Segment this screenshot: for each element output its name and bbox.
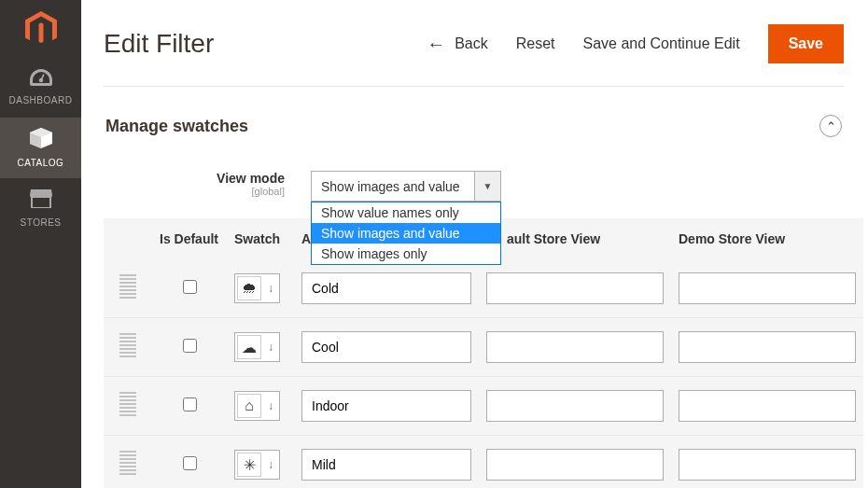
save-continue-button[interactable]: Save and Continue Edit <box>583 35 740 52</box>
main-content: Edit Filter ← Back Reset Save and Contin… <box>81 0 868 488</box>
swatch-preview[interactable]: ☁↓ <box>234 332 280 362</box>
swatch-menu-toggle[interactable]: ↓ <box>264 453 277 477</box>
view-mode-scope: [global] <box>180 186 285 197</box>
view-mode-value: Show images and value <box>312 172 474 201</box>
table-row: ☁↓ <box>104 318 863 377</box>
admin-input[interactable] <box>301 449 471 481</box>
nav-label: DASHBOARD <box>9 95 73 105</box>
table-row: ✳↓ <box>104 436 863 489</box>
admin-input[interactable] <box>301 272 471 304</box>
admin-sidebar: DASHBOARD CATALOG STORES <box>0 0 81 488</box>
drag-handle[interactable] <box>119 451 136 475</box>
gauge-icon <box>30 69 52 90</box>
magento-logo[interactable] <box>0 0 81 57</box>
default-store-input[interactable] <box>486 331 664 363</box>
view-mode-dropdown: Show value names only Show images and va… <box>311 202 501 265</box>
col-default-store: ault Store View <box>479 218 671 259</box>
nav-label: CATALOG <box>18 158 64 168</box>
table-row: ⌂↓ <box>104 377 863 436</box>
nav-stores[interactable]: STORES <box>0 178 81 239</box>
header-actions: ← Back Reset Save and Continue Edit Save <box>427 24 844 63</box>
save-button[interactable]: Save <box>768 24 844 63</box>
store-icon <box>30 189 52 212</box>
table-row: 🌧↓ <box>104 259 863 318</box>
swatch-preview[interactable]: 🌧↓ <box>234 273 280 303</box>
is-default-checkbox[interactable] <box>183 397 197 411</box>
swatch-icon: ✳ <box>237 453 261 477</box>
section-header: Manage swatches ⌃ <box>104 87 844 154</box>
swatch-icon: 🌧 <box>237 276 261 300</box>
drag-handle[interactable] <box>119 274 136 299</box>
nav-dashboard[interactable]: DASHBOARD <box>0 57 81 118</box>
view-mode-select[interactable]: Show images and value ▼ Show value names… <box>311 171 501 202</box>
col-swatch: Swatch <box>227 218 294 259</box>
default-store-input[interactable] <box>486 272 664 304</box>
demo-store-input[interactable] <box>679 449 856 481</box>
drag-handle[interactable] <box>119 392 136 416</box>
nav-catalog[interactable]: CATALOG <box>0 118 81 178</box>
swatch-menu-toggle[interactable]: ↓ <box>264 335 277 359</box>
page-title: Edit Filter <box>104 29 214 59</box>
nav-label: STORES <box>21 217 62 228</box>
demo-store-input[interactable] <box>679 390 856 422</box>
arrow-left-icon: ← <box>427 35 445 53</box>
swatch-icon: ⌂ <box>237 394 261 418</box>
view-mode-option[interactable]: Show images and value <box>312 223 500 244</box>
page-header: Edit Filter ← Back Reset Save and Contin… <box>104 0 844 87</box>
back-label: Back <box>455 35 488 52</box>
swatch-menu-toggle[interactable]: ↓ <box>264 276 277 300</box>
view-mode-label: View mode <box>180 171 285 186</box>
view-mode-option[interactable]: Show value names only <box>312 202 500 223</box>
col-demo-store: Demo Store View <box>671 218 863 259</box>
chevron-down-icon: ▼ <box>474 172 500 201</box>
svg-rect-1 <box>40 74 44 79</box>
default-store-input[interactable] <box>486 449 664 481</box>
swatch-icon: ☁ <box>237 335 261 359</box>
section-title: Manage swatches <box>105 117 248 136</box>
admin-input[interactable] <box>301 390 471 422</box>
back-button[interactable]: ← Back <box>427 35 488 53</box>
view-mode-label-wrap: View mode [global] <box>180 171 285 197</box>
demo-store-input[interactable] <box>679 272 856 304</box>
col-is-default: Is Default <box>152 218 227 259</box>
chevron-up-icon: ⌃ <box>826 119 836 133</box>
svg-rect-2 <box>32 197 50 208</box>
is-default-checkbox[interactable] <box>183 456 197 470</box>
is-default-checkbox[interactable] <box>183 339 197 353</box>
view-mode-row: View mode [global] Show images and value… <box>104 154 844 218</box>
reset-button[interactable]: Reset <box>516 35 555 52</box>
demo-store-input[interactable] <box>679 331 856 363</box>
is-default-checkbox[interactable] <box>183 280 197 294</box>
swatch-preview[interactable]: ⌂↓ <box>234 391 280 421</box>
drag-handle[interactable] <box>119 333 136 357</box>
view-mode-option[interactable]: Show images only <box>312 244 500 264</box>
swatch-preview[interactable]: ✳↓ <box>234 450 280 480</box>
swatch-menu-toggle[interactable]: ↓ <box>264 394 277 418</box>
collapse-toggle[interactable]: ⌃ <box>819 115 842 137</box>
default-store-input[interactable] <box>486 390 664 422</box>
box-icon <box>30 128 52 152</box>
admin-input[interactable] <box>301 331 471 363</box>
